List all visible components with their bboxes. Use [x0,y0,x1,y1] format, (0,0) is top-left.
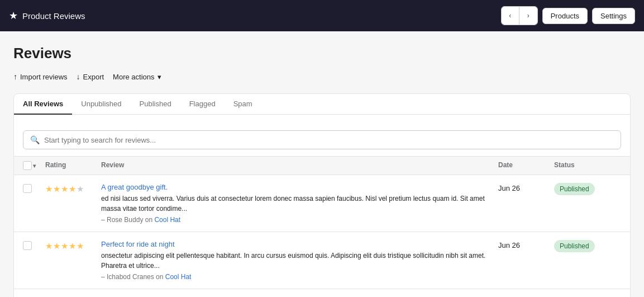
export-icon: ↓ [77,72,80,81]
star-icon: ★ [45,184,53,194]
tabs: All Reviews Unpublished Published Flagge… [14,94,630,115]
settings-button[interactable]: Settings [592,8,635,24]
search-icon: 🔍 [30,135,40,144]
search-bar: 🔍 [14,124,630,157]
status-badge: Published [554,240,595,252]
star-icon: ★ [69,241,76,251]
header-checkbox-cell: ▾ [23,161,45,170]
table-row: ★★★★★ A great goodbye gift. ed nisi lacu… [14,175,630,232]
checkbox-dropdown-arrow[interactable]: ▾ [33,163,36,169]
select-all-checkbox[interactable] [23,161,32,170]
top-bar: ★ Product Reviews ‹ › Products Settings [0,0,644,31]
search-input[interactable] [44,136,614,144]
export-label: Export [83,73,104,81]
review-title-link[interactable]: A great goodbye gift. [101,183,498,191]
star-icon: ★ [77,184,84,194]
table-row: ★★★★★ so good on my head Lorem ipsum dol… [14,289,630,297]
header-rating: Rating [45,161,101,170]
import-icon: ↑ [13,72,17,81]
action-bar: ↑ Import reviews ↓ Export More actions ▾ [13,71,631,82]
star-icon: ★ [77,241,84,251]
row-date: Jun 26 [498,183,554,192]
header-review: Review [101,161,498,170]
import-reviews-button[interactable]: ↑ Import reviews [13,71,68,82]
row-date: Jun 26 [498,240,554,249]
row-status: Published [554,240,621,252]
table-row: ★★★★★ Perfect for ride at night onsectet… [14,232,630,289]
star-icon: ★ [45,241,53,251]
star-icon: ★ [69,184,76,194]
row-status: Published [554,183,621,195]
status-badge: Published [554,183,595,195]
review-title-link[interactable]: Perfect for ride at night [101,240,498,248]
row-checkbox-1[interactable] [23,241,32,250]
app-star-icon: ★ [9,10,18,22]
products-button[interactable]: Products [542,8,588,24]
table-header: ▾ Rating Review Date Status [14,157,630,175]
chevron-down-icon: ▾ [158,73,161,81]
header-status: Status [554,161,621,170]
review-body: onsectetur adipiscing elit pellentesque … [101,251,498,271]
product-link[interactable]: Cool Hat [154,216,180,224]
tab-flagged[interactable]: Flagged [180,94,225,115]
tab-all-reviews[interactable]: All Reviews [14,94,72,115]
reviews-card: All Reviews Unpublished Published Flagge… [13,93,631,297]
page-title: Reviews [13,45,631,62]
row-review: A great goodbye gift. ed nisi lacus sed … [101,183,498,224]
table-body: ★★★★★ A great goodbye gift. ed nisi lacu… [14,175,630,297]
search-input-wrap: 🔍 [23,130,621,149]
tab-spam[interactable]: Spam [225,94,261,115]
tab-unpublished[interactable]: Unpublished [72,94,130,115]
export-button[interactable]: ↓ Export [77,71,104,82]
nav-prev-button[interactable]: ‹ [502,7,519,25]
product-link[interactable]: Cool Hat [165,273,192,281]
review-author: – Ichabod Cranes on Cool Hat [101,273,498,281]
row-checkbox-cell [23,183,45,193]
star-icon: ★ [61,241,68,251]
star-icon: ★ [53,241,60,251]
star-icon: ★ [53,184,60,194]
review-body: ed nisi lacus sed viverra. Varius duis a… [101,194,498,214]
row-rating: ★★★★★ [45,183,101,194]
header-date: Date [498,161,554,170]
tab-published[interactable]: Published [131,94,180,115]
nav-next-button[interactable]: › [519,7,537,25]
import-label: Import reviews [20,73,68,81]
row-checkbox-cell [23,240,45,250]
top-bar-right: ‹ › Products Settings [501,6,635,25]
row-checkbox-0[interactable] [23,184,32,193]
app-title: Product Reviews [22,11,85,21]
row-rating: ★★★★★ [45,240,101,251]
star-icon: ★ [61,184,68,194]
review-author: – Rose Buddy on Cool Hat [101,216,498,224]
more-actions-button[interactable]: More actions ▾ [113,72,161,82]
top-bar-left: ★ Product Reviews [9,10,85,22]
page-content: Reviews ↑ Import reviews ↓ Export More a… [0,31,644,297]
row-review: Perfect for ride at night onsectetur adi… [101,240,498,281]
nav-arrows: ‹ › [501,6,538,25]
more-actions-label: More actions [113,73,154,81]
